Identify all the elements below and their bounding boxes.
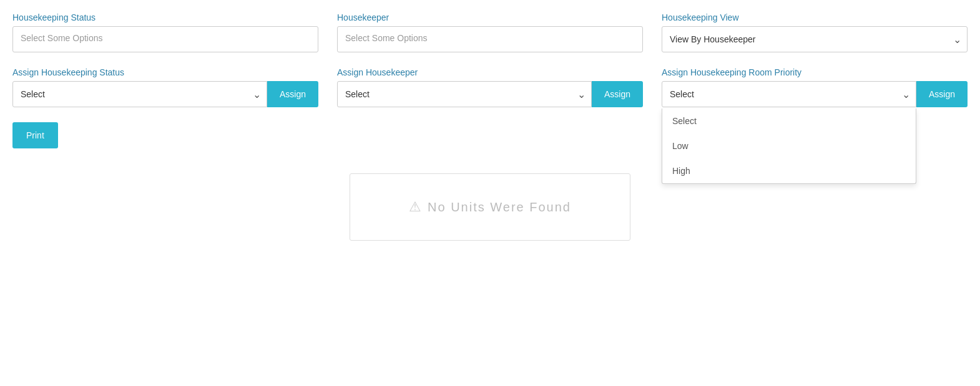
priority-option-select[interactable]: Select — [662, 109, 916, 133]
assign-status-row: Select ⌄ Assign — [12, 81, 318, 107]
housekeeping-view-select[interactable]: View By Housekeeper View By Room View By… — [662, 26, 968, 52]
priority-option-low[interactable]: Low — [662, 133, 916, 158]
housekeeping-status-input[interactable]: Select Some Options — [12, 26, 318, 52]
assign-priority-select[interactable]: Select Low High — [662, 81, 916, 107]
warning-icon: ⚠ — [409, 199, 421, 215]
housekeeping-status-label: Housekeeping Status — [12, 12, 318, 22]
housekeeping-view-filter: Housekeeping View View By Housekeeper Vi… — [662, 12, 968, 52]
assign-housekeeper-row: Select ⌄ Assign — [337, 81, 643, 107]
assign-priority-row: Select Low High ⌄ Select Low High Assign — [662, 81, 968, 107]
housekeeper-label: Housekeeper — [337, 12, 643, 22]
print-button[interactable]: Print — [12, 122, 58, 148]
assign-status-button[interactable]: Assign — [267, 81, 318, 107]
no-units-text: No Units Were Found — [428, 200, 571, 215]
housekeeping-view-label: Housekeeping View — [662, 12, 968, 22]
priority-dropdown-overlay: Select Low High — [662, 109, 916, 184]
priority-option-high[interactable]: High — [662, 158, 916, 183]
housekeeper-filter: Housekeeper Select Some Options — [337, 12, 643, 52]
housekeeper-input[interactable]: Select Some Options — [337, 26, 643, 52]
assign-section: Assign Housekeeping Status Select ⌄ Assi… — [12, 67, 968, 107]
assign-priority-select-wrapper: Select Low High ⌄ Select Low High — [662, 81, 916, 107]
assign-status-label: Assign Housekeeping Status — [12, 67, 318, 77]
assign-status-group: Assign Housekeeping Status Select ⌄ Assi… — [12, 67, 318, 107]
assign-status-select[interactable]: Select — [12, 81, 267, 107]
assign-priority-button[interactable]: Assign — [916, 81, 968, 107]
assign-housekeeper-label: Assign Housekeeper — [337, 67, 643, 77]
assign-housekeeper-group: Assign Housekeeper Select ⌄ Assign — [337, 67, 643, 107]
top-filters-row: Housekeeping Status Select Some Options … — [12, 12, 968, 52]
assign-housekeeper-select-wrapper: Select ⌄ — [337, 81, 592, 107]
assign-priority-label: Assign Housekeeping Room Priority — [662, 67, 968, 77]
assign-housekeeper-select[interactable]: Select — [337, 81, 592, 107]
assign-priority-group: Assign Housekeeping Room Priority Select… — [662, 67, 968, 107]
assign-status-select-wrapper: Select ⌄ — [12, 81, 267, 107]
housekeeping-view-select-wrapper: View By Housekeeper View By Room View By… — [662, 26, 968, 52]
no-units-box: ⚠ No Units Were Found — [350, 173, 630, 241]
assign-housekeeper-button[interactable]: Assign — [592, 81, 643, 107]
housekeeping-status-filter: Housekeeping Status Select Some Options — [12, 12, 318, 52]
